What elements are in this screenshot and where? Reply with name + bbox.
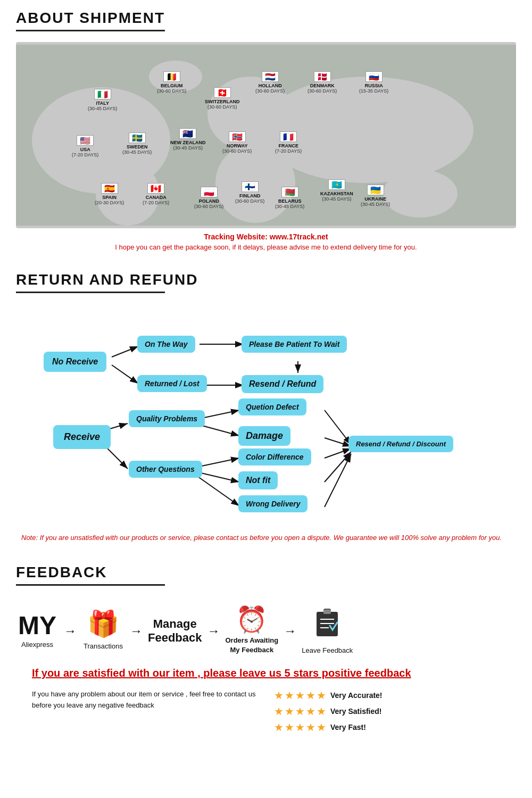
shipment-divider [16,30,165,31]
svg-line-23 [325,448,351,458]
flowchart: No Receive On The Way Returned / Lost Pl… [11,304,521,527]
fb-arrow-3: → [207,624,220,638]
fb-transactions-label: Transactions [84,642,123,650]
clipboard-icon [314,608,340,644]
positive-heading: If you are satisfied with our item , ple… [16,660,516,684]
feedback-content: MY Aliexpress → 🎁 Transactions → ManageF… [0,591,532,753]
country-switzerland: 🇨🇭 SWITZERLAND (30-60 DAYS) [205,87,240,110]
fb-arrow-2: → [130,624,143,638]
country-ukraine: 🇺🇦 UKRAINE (30-45 DAYS) [361,185,390,207]
stars-1: ★★★★★ [274,689,327,702]
node-other-questions: Other Questions [129,461,202,478]
refund-note: Note: If you are unsatisfied with our pr… [11,527,521,549]
node-no-receive: No Receive [44,352,106,372]
country-italy: 🇮🇹 ITALY (30-45 DAYS) [88,89,117,111]
country-finland: 🇫🇮 FINLAND (30-60 DAYS) [235,181,264,204]
svg-rect-28 [323,610,331,614]
feedback-section: FEEDBACK MY Aliexpress → 🎁 Transactions … [0,554,532,753]
shipment-section: ABOUT SHIPMENT [0,0,532,262]
country-holland: 🇳🇱 HOLLAND (30-60 DAYS) [255,71,285,94]
star-row-3: ★★★★★ Very Fast! [274,721,500,734]
node-please-wait: Please Be Patient To Wait [242,336,347,353]
country-russia: 🇷🇺 RUSSIA (15-35 DAYS) [359,71,388,94]
fb-step-orders: ⏰ Orders AwaitingMy Feedback [226,607,279,655]
fb-aliexpress-label: Aliexpress [21,641,53,649]
stars-block: ★★★★★ Very Accurate! ★★★★★ Very Satisfie… [274,689,500,737]
svg-line-24 [325,452,351,482]
refund-divider [16,292,165,293]
feedback-title: FEEDBACK [0,554,532,584]
node-on-the-way: On The Way [137,336,195,353]
fb-arrow-1: → [64,624,77,638]
world-map: 🇮🇹 ITALY (30-45 DAYS) 🇧🇪 BELGIUM (30-60 … [16,42,516,228]
country-newzealand: 🇳🇿 NEW ZEALAND (30-45 DAYS) [170,128,206,151]
tracking-line: Tracking Website: www.17track.net [16,232,516,241]
stars-2: ★★★★★ [274,705,327,718]
node-quality-problems: Quality Problems [129,410,205,427]
star-row-2: ★★★★★ Very Satisfied! [274,705,500,718]
fb-leave-label: Leave Feedback [302,646,353,654]
feedback-bottom: If you have any problem about our item o… [16,684,516,747]
node-resend-refund: Resend / Refund [242,375,323,393]
svg-line-20 [194,474,239,506]
node-damage: Damage [238,426,290,446]
node-color-difference: Color Difference [238,448,311,466]
star-label-1: Very Accurate! [330,691,383,700]
country-belarus: 🇧🇾 BELARUS (30-45 DAYS) [275,187,304,209]
refund-title: RETURN AND REFUND [0,262,532,292]
fb-arrow-4: → [284,624,296,638]
node-returned-lost: Returned / Lost [137,375,207,392]
transactions-icon: 🎁 [87,611,119,637]
stars-3: ★★★★★ [274,721,327,734]
star-label-3: Very Fast! [330,723,366,732]
country-kazakhstan: 🇰🇿 KAZAKHSTAN (30-45 DAYS) [320,179,353,202]
svg-line-10 [112,365,138,384]
node-quetion-defect: Quetion Defect [238,398,306,415]
country-spain: 🇪🇸 SPAIN (20-30 DAYS) [95,183,124,205]
country-belgium: 🇧🇪 BELGIUM (30-60 DAYS) [157,71,186,94]
svg-line-21 [325,410,351,445]
fb-step-aliexpress: MY Aliexpress [16,613,59,649]
feedback-flow: MY Aliexpress → 🎁 Transactions → ManageF… [16,596,516,660]
country-denmark: 🇩🇰 DENMARK (30-60 DAYS) [307,71,337,94]
country-poland: 🇵🇱 POLAND (30-60 DAYS) [194,187,223,209]
country-france: 🇫🇷 FRANCE (7-20 DAYS) [275,131,302,154]
svg-line-9 [112,346,138,357]
country-sweden: 🇸🇪 SWEDEN (30-45 DAYS) [122,132,152,155]
node-not-fit: Not fit [238,471,278,489]
svg-line-25 [325,454,351,507]
fb-step-manage: ManageFeedback [148,617,202,645]
star-row-1: ★★★★★ Very Accurate! [274,689,500,702]
refund-content: No Receive On The Way Returned / Lost Pl… [0,298,532,554]
country-norway: 🇳🇴 NORWAY (30-60 DAYS) [222,131,252,154]
fb-step-transactions: 🎁 Transactions [82,611,124,650]
shipment-content: 🇮🇹 ITALY (30-45 DAYS) 🇧🇪 BELGIUM (30-60 … [0,37,532,262]
hope-line: I hope you can get the package soon, if … [16,243,516,251]
svg-point-6 [383,170,458,218]
refund-section: RETURN AND REFUND [0,262,532,554]
clock-icon: ⏰ [236,607,268,633]
star-label-2: Very Satisfied! [330,707,382,716]
feedback-desc: If you have any problem about our item o… [32,689,258,737]
country-usa: 🇺🇸 USA (7-20 DAYS) [72,135,98,157]
fb-step-leave: Leave Feedback [302,608,353,654]
node-wrong-delivery: Wrong Delivery [238,495,307,512]
feedback-divider [16,584,165,586]
svg-line-22 [325,438,351,446]
node-resend-refund-discount: Resend / Refund / Discount [348,436,453,452]
node-receive: Receive [53,425,111,449]
country-canada: 🇨🇦 CANADA (7-20 DAYS) [143,183,169,205]
shipment-title: ABOUT SHIPMENT [0,0,532,30]
